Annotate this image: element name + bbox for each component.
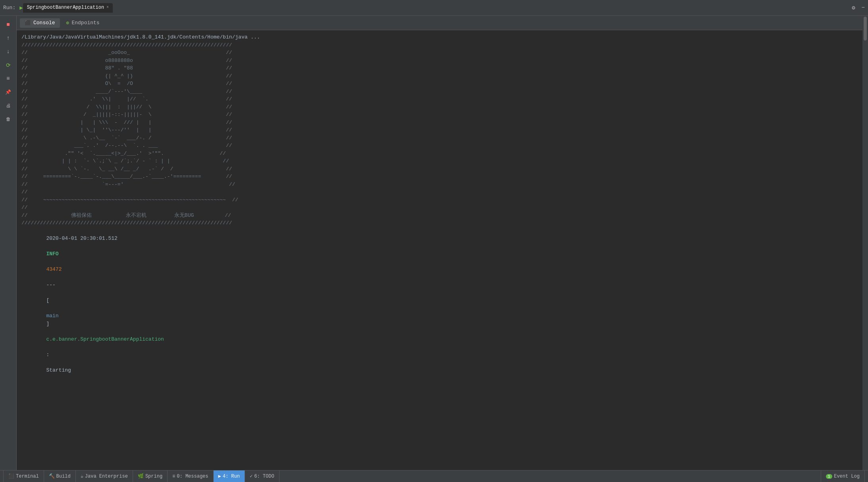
log-timestamp: 2020-04-01 20:30:01.512 bbox=[46, 235, 117, 241]
ascii-line-9: // / _|||||-::-|||||- \ // bbox=[21, 112, 232, 118]
settings-icon[interactable]: ⚙ bbox=[852, 4, 855, 11]
run-status-icon: ▶ bbox=[218, 473, 221, 479]
stop-button[interactable]: ■ bbox=[3, 19, 14, 30]
spring-label: Spring bbox=[145, 474, 162, 479]
status-terminal[interactable]: ⬛ Terminal bbox=[3, 470, 44, 482]
log-colon: : bbox=[46, 352, 49, 358]
tab-endpoints[interactable]: ⊕ Endpoints bbox=[62, 18, 104, 28]
ascii-line-17: // =========`-.____`-.___\_____/___.-`__… bbox=[21, 174, 232, 179]
wrap-button[interactable]: ≡ bbox=[3, 73, 14, 84]
content-area: ⬛ Console ⊕ Endpoints /Library/Java/Java… bbox=[17, 16, 862, 470]
ascii-line-10: // | | \\\ - /// | | // bbox=[21, 120, 232, 125]
ascii-line-11: // | \_| ''\---/'' | | // bbox=[21, 127, 232, 133]
ascii-line-21: // bbox=[21, 204, 28, 210]
messages-icon: ≡ bbox=[172, 474, 175, 479]
main-layout: ■ ↑ ↓ ⟳ ≡ 📌 🖨 🗑 ⬛ Console ⊕ Endpoints /L… bbox=[0, 16, 868, 470]
ascii-line-3: // 88" . "88 // bbox=[21, 65, 232, 71]
path-line: /Library/Java/JavaVirtualMachines/jdk1.8… bbox=[21, 34, 260, 40]
left-toolbar: ■ ↑ ↓ ⟳ ≡ 📌 🖨 🗑 bbox=[0, 16, 17, 470]
title-app-name: SpringbootBannerApplication bbox=[27, 5, 104, 10]
pin-button[interactable]: 📌 bbox=[3, 87, 14, 98]
tab-console[interactable]: ⬛ Console bbox=[20, 18, 60, 28]
right-scrollbar[interactable] bbox=[862, 16, 868, 470]
ascii-line-5: // O\ = /O // bbox=[21, 81, 232, 87]
scroll-up-button[interactable]: ↑ bbox=[3, 33, 14, 44]
java-enterprise-icon: ☕ bbox=[81, 473, 83, 479]
todo-label: 6: TODO bbox=[254, 474, 274, 479]
event-log-label: Event Log bbox=[834, 474, 860, 479]
status-run[interactable]: ▶ 4: Run bbox=[214, 470, 245, 482]
log-class: c.e.banner.SpringbootBannerApplication bbox=[46, 336, 164, 342]
log-bracket-close: ] bbox=[46, 321, 49, 327]
console-output[interactable]: /Library/Java/JavaVirtualMachines/jdk1.8… bbox=[17, 30, 862, 470]
console-tab-label: Console bbox=[33, 20, 55, 26]
log-message: Starting bbox=[46, 367, 71, 373]
status-java-enterprise[interactable]: ☕ Java Enterprise bbox=[76, 470, 133, 482]
clear-button[interactable]: 🗑 bbox=[3, 114, 14, 125]
run-status-label: 4: Run bbox=[223, 474, 240, 479]
ascii-line-7: // .' \\| |// `. // bbox=[21, 96, 232, 102]
console-icon: ⬛ bbox=[25, 20, 31, 26]
scroll-down-button[interactable]: ↓ bbox=[3, 46, 14, 57]
run-icon: ▶ bbox=[19, 4, 23, 11]
ascii-line-19: // bbox=[21, 189, 28, 195]
ascii-line-6: // ____/`---'\____ // bbox=[21, 89, 232, 94]
ascii-line-14: // ."" '< `._____<|>_/___.' >'"". // bbox=[21, 150, 226, 156]
console-pre: /Library/Java/JavaVirtualMachines/jdk1.8… bbox=[21, 33, 858, 227]
ascii-line-20: // ~~~~~~~~~~~~~~~~~~~~~~~~~~~~~~~~~~~~~… bbox=[21, 197, 238, 203]
messages-label: 0: Messages bbox=[177, 474, 208, 479]
terminal-label: Terminal bbox=[16, 474, 39, 479]
print-button[interactable]: 🖨 bbox=[3, 100, 14, 111]
status-bar: ⬛ Terminal 🔨 Build ☕ Java Enterprise 🌿 S… bbox=[0, 470, 868, 482]
event-log-badge: 1 bbox=[826, 474, 833, 479]
ascii-line-18: // `=---=' // bbox=[21, 181, 235, 187]
log-bracket-open: [ bbox=[46, 297, 49, 303]
ascii-line-22: // 佛祖保佑 永不宕机 永无BUG // bbox=[21, 212, 231, 218]
endpoints-tab-label: Endpoints bbox=[71, 20, 99, 26]
status-build[interactable]: 🔨 Build bbox=[44, 470, 76, 482]
title-tab-close[interactable]: × bbox=[106, 5, 109, 10]
ascii-line-1: // _ooOoo_ // bbox=[21, 50, 232, 56]
build-icon: 🔨 bbox=[49, 473, 55, 479]
log-level: INFO bbox=[46, 251, 58, 257]
build-label: Build bbox=[56, 474, 71, 479]
rerun-button[interactable]: ⟳ bbox=[3, 60, 14, 71]
slash-line-end: ////////////////////////////////////////… bbox=[21, 220, 232, 226]
title-bar: Run: ▶ SpringbootBannerApplication × ⚙ − bbox=[0, 0, 868, 16]
scrollbar-thumb[interactable] bbox=[864, 17, 867, 40]
status-todo[interactable]: ✓ 6: TODO bbox=[245, 470, 280, 482]
minimize-icon[interactable]: − bbox=[862, 4, 865, 11]
slash-line-1: ////////////////////////////////////////… bbox=[21, 42, 232, 48]
status-spring[interactable]: 🌿 Spring bbox=[133, 470, 168, 482]
log-pid: 43472 bbox=[46, 266, 62, 272]
ascii-line-13: // ___`. .' /--.--\ `. . ___ // bbox=[21, 143, 232, 148]
spring-icon: 🌿 bbox=[138, 473, 144, 479]
title-bar-controls: ⚙ − bbox=[852, 4, 865, 11]
log-thread: main bbox=[46, 313, 58, 319]
ascii-line-2: // o8888888o // bbox=[21, 58, 232, 64]
ascii-line-15: // | | : `- \`.;`\ _ /`;.`/ - ` : | | // bbox=[21, 158, 229, 164]
ascii-line-4: // (| ^_^ |) // bbox=[21, 73, 232, 79]
status-messages[interactable]: ≡ 0: Messages bbox=[168, 470, 213, 482]
title-tab[interactable]: SpringbootBannerApplication × bbox=[23, 3, 113, 13]
log-line: 2020-04-01 20:30:01.512 INFO 43472 --- [… bbox=[21, 227, 858, 382]
ascii-line-12: // \ .-\__ `-` ___/-. / // bbox=[21, 135, 232, 141]
endpoints-icon: ⊕ bbox=[66, 20, 69, 26]
status-event-log[interactable]: 1 Event Log bbox=[821, 470, 865, 482]
todo-icon: ✓ bbox=[250, 473, 253, 479]
java-enterprise-label: Java Enterprise bbox=[85, 474, 128, 479]
run-label: Run: bbox=[3, 5, 15, 11]
terminal-icon: ⬛ bbox=[8, 473, 14, 479]
log-sep: --- bbox=[46, 282, 55, 288]
ascii-line-16: // \ \ `-. \_ __\ /__ _/ .-` / / // bbox=[21, 166, 232, 172]
tab-bar: ⬛ Console ⊕ Endpoints bbox=[17, 16, 862, 30]
ascii-line-8: // / \\||| : |||// \ // bbox=[21, 104, 232, 110]
